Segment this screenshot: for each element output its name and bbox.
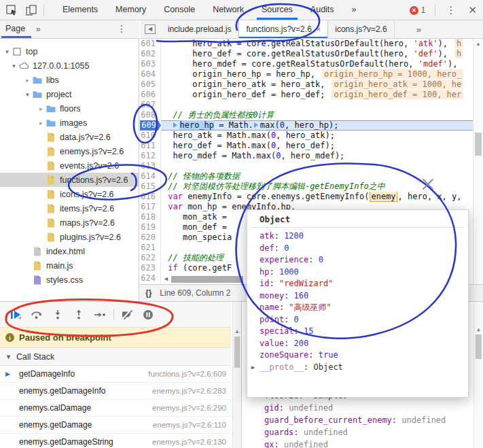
tree-item[interactable]: events.js?v=2.6 [0, 158, 139, 173]
tree-item[interactable]: data.js?v=2.6 [0, 130, 139, 144]
editor-vertical-scrollbar[interactable]: ▲ [473, 39, 483, 301]
call-stack-frame[interactable]: enemys.getDamageenemys.js?v=2.6:110 [0, 417, 233, 434]
step-into-icon[interactable] [49, 307, 67, 322]
line-number[interactable]: 616 [140, 192, 161, 202]
tree-item[interactable]: index.html [0, 244, 139, 258]
tree-item[interactable]: ▾top [0, 44, 139, 58]
tree-item[interactable]: styles.css [0, 273, 139, 287]
inspect-element-icon[interactable] [3, 3, 20, 18]
device-toolbar-icon[interactable] [23, 3, 39, 18]
call-stack-frame[interactable]: enemys.getDamageInfoenemys.js?v=2.6:283 [0, 383, 233, 400]
call-stack-header[interactable]: ▼ Call Stack [0, 348, 231, 366]
code-text[interactable]: // 怪物的各项数据 [161, 171, 473, 182]
tree-closed-arrow-icon[interactable]: ▸ [37, 120, 46, 126]
scrollbar-thumb[interactable] [476, 334, 482, 359]
line-number[interactable]: 607 [140, 100, 161, 110]
toolbar-tab-sources[interactable]: Sources [253, 0, 302, 20]
code-text[interactable]: // 对坚固模仿等处理移到了脚本编辑-getEnemyInfo之中 [161, 182, 473, 192]
line-number[interactable]: 621 [140, 243, 161, 253]
tree-closed-arrow-icon[interactable]: ▸ [23, 77, 32, 84]
line-number[interactable]: 602 [140, 49, 161, 59]
line-number[interactable]: 612 [140, 151, 161, 161]
scope-scrollbar[interactable]: ▲ [473, 302, 483, 448]
line-number[interactable]: 603 [140, 59, 161, 69]
tree-item[interactable]: enemys.js?v=2.6 [0, 144, 139, 158]
line-number[interactable]: 604 [140, 69, 161, 80]
line-number[interactable]: 606 [140, 90, 161, 100]
code-text[interactable]: hero_mdef = Math.max(0, hero_mdef); [161, 151, 473, 161]
code-text[interactable]: origin_hero_def = hero_def;origin_hero_d… [161, 90, 473, 100]
code-text[interactable]: hero_hp = Math.max(0, hero_hp); [161, 120, 473, 131]
code-text[interactable]: origin_hero_atk = hero_atk,origin_hero_a… [161, 80, 473, 90]
popup-property[interactable]: ▶__proto__: Object [247, 362, 468, 374]
editor-tab[interactable]: icons.js?v=2.6 [328, 20, 394, 38]
tree-item[interactable]: main.js [0, 258, 139, 273]
breakpoint-line-number[interactable]: 609 [140, 120, 161, 131]
line-number[interactable]: 614 [140, 171, 161, 182]
scroll-up-icon[interactable]: ▲ [473, 41, 483, 47]
tree-item[interactable]: ▾127.0.0.1:1055 [0, 58, 139, 73]
scroll-up-icon[interactable]: ▲ [474, 326, 483, 332]
line-number[interactable]: 615 [140, 182, 161, 192]
step-icon[interactable] [91, 307, 109, 322]
pause-on-exceptions-icon[interactable] [139, 307, 157, 322]
line-number[interactable]: 623 [140, 263, 161, 273]
tree-item[interactable]: ▾project [0, 87, 139, 101]
tree-item[interactable]: ▸floors [0, 101, 139, 116]
toolbar-tab-network[interactable]: Network [204, 0, 253, 20]
code-text[interactable]: var enemyInfo = core.enemys.getEnemyInfo… [161, 192, 473, 202]
line-number[interactable]: 613 [140, 161, 161, 171]
line-number[interactable]: 601 [140, 39, 161, 49]
code-text[interactable]: origin_hero_hp = hero_hp,origin_hero_hp … [161, 69, 473, 80]
expand-triangle-icon[interactable]: ▶ [251, 362, 255, 374]
resume-icon[interactable] [7, 307, 24, 322]
editor-tab[interactable]: functions.js?v=2.6× [238, 20, 328, 38]
call-stack-frame[interactable]: ▶getDamageInfofunctions.js?v=2.6:609 [0, 366, 233, 383]
call-stack-frame[interactable]: enemys.calDamageenemys.js?v=2.6:290 [0, 400, 233, 417]
toolbar-tab-[interactable]: » [343, 0, 365, 20]
editor-tabs-more[interactable]: » [407, 20, 431, 38]
line-number[interactable]: 611 [140, 141, 161, 151]
close-icon[interactable]: ✕ [462, 4, 483, 16]
code-text[interactable] [161, 161, 473, 171]
debugger-scrollbar[interactable]: ▲ [232, 302, 241, 448]
more-options-icon[interactable]: ⋮ [440, 4, 462, 16]
tree-closed-arrow-icon[interactable]: ▸ [37, 105, 46, 112]
scrollbar-thumb[interactable] [234, 337, 240, 368]
scrollbar-thumb[interactable] [475, 133, 482, 156]
tree-item[interactable]: functions.js?v=2.6 [0, 173, 139, 187]
code-text[interactable]: // 勇士的负属性都按0计算 [161, 110, 473, 120]
code-text[interactable]: hero_atk = Math.max(0, hero_atk); [161, 131, 473, 141]
navigator-more-tabs[interactable]: » [36, 24, 41, 34]
call-stack-frame[interactable]: enemys.getDamageStringenemys.js?v=2.6:13… [0, 434, 233, 448]
deactivate-breakpoints-icon[interactable] [118, 307, 136, 322]
code-text[interactable]: hero_def = core.getRealStatusOrDefault(h… [161, 49, 473, 59]
line-number[interactable]: 622 [140, 253, 161, 263]
tree-item[interactable]: icons.js?v=2.6 [0, 187, 139, 201]
scrollbar-thumb[interactable] [171, 276, 243, 283]
step-over-icon[interactable] [28, 307, 46, 322]
scroll-up-icon[interactable]: ▲ [233, 328, 241, 334]
tab-page[interactable]: Page [5, 24, 25, 33]
code-text[interactable]: hero_def = Math.max(0, hero_def); [161, 141, 473, 151]
code-text[interactable]: hero_mdef = core.getRealStatusOrDefault(… [161, 59, 473, 69]
line-number[interactable]: 608 [140, 110, 161, 120]
tree-item[interactable]: ▸libs [0, 73, 139, 87]
pretty-print-icon[interactable]: {} [145, 288, 151, 298]
line-number[interactable]: 605 [140, 80, 161, 90]
editor-tab[interactable]: include.preload.js [161, 20, 238, 38]
tree-item[interactable]: plugins.js?v=2.6 [0, 230, 139, 244]
error-badge[interactable]: ✕ 1 [410, 5, 426, 15]
tree-open-arrow-icon[interactable]: ▾ [3, 48, 12, 55]
line-number[interactable]: 619 [140, 222, 161, 232]
scroll-left-icon[interactable]: ◄ [163, 275, 169, 282]
tree-open-arrow-icon[interactable]: ▾ [10, 63, 18, 69]
line-number[interactable]: 620 [140, 232, 161, 243]
hovered-token[interactable]: enemy [370, 192, 397, 202]
toolbar-tab-memory[interactable]: Memory [107, 0, 155, 20]
toolbar-tab-audits[interactable]: Audits [302, 0, 343, 20]
line-number[interactable]: 618 [140, 212, 161, 222]
show-navigator-icon[interactable]: ◀ [145, 24, 156, 34]
line-number[interactable]: 617 [140, 202, 161, 212]
tree-item[interactable]: maps.js?v=2.6 [0, 216, 139, 230]
